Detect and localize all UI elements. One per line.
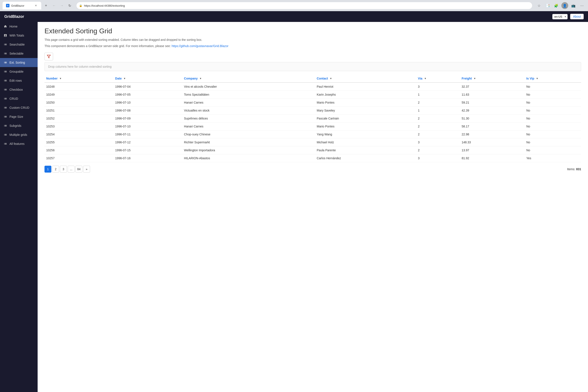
cell-is-vip-8: No xyxy=(524,146,581,154)
ext-sorting-icon xyxy=(4,60,7,64)
header-right: en-US es-ES fr-FR de-DE About xyxy=(552,14,584,19)
table-row: 10250 1996-07-10 Hanari Carnes Mario Pon… xyxy=(44,99,581,106)
cell-via-5: 2 xyxy=(416,122,460,130)
cell-company-9: HILARION-Abastos xyxy=(182,154,315,162)
col-freight-sort-icon[interactable]: ▼ xyxy=(474,77,476,80)
cell-company-2: Hanari Carnes xyxy=(182,99,315,106)
cell-number-6: 10254 xyxy=(44,130,114,138)
page-btn-1[interactable]: 1 xyxy=(44,166,51,172)
sidebar-item-crud[interactable]: CRUD xyxy=(0,94,38,103)
cell-is-vip-9: Yes xyxy=(524,154,581,162)
col-header-company[interactable]: Company ▼ xyxy=(182,74,315,82)
cell-company-8: Wellington Importadora xyxy=(182,146,315,154)
tab-close-button[interactable]: ✕ xyxy=(34,4,38,8)
sidebar: Home With Totals Searchable Selectable xyxy=(0,22,38,392)
sidebar-item-label-subgrids: Subgrids xyxy=(10,124,21,128)
cell-company-1: Toms Spezialitäten xyxy=(182,91,315,99)
col-contact-sort-icon[interactable]: ▼ xyxy=(330,77,332,80)
sidebar-item-page-size[interactable]: Page Size xyxy=(0,112,38,121)
col-is-vip-sort-icon[interactable]: ▼ xyxy=(536,77,538,80)
cell-date-2: 1996-07-10 xyxy=(114,99,182,106)
home-icon xyxy=(4,24,7,28)
col-company-sort-icon[interactable]: ▼ xyxy=(200,77,202,80)
page-btn-2[interactable]: 2 xyxy=(52,166,59,172)
sidebar-item-checkbox[interactable]: Checkbox xyxy=(0,85,38,94)
github-link[interactable]: https://github.com/gustavnavar/Grid.Blaz… xyxy=(172,44,228,48)
items-count: Items: 831 xyxy=(567,168,581,171)
sidebar-item-label-page-size: Page Size xyxy=(10,115,23,118)
table-row: 10256 1996-07-15 Wellington Importadora … xyxy=(44,146,581,154)
filter-button[interactable] xyxy=(44,53,53,60)
cell-number-3: 10251 xyxy=(44,106,114,114)
tab-favicon: G xyxy=(6,4,10,7)
more-button[interactable]: ⋯ xyxy=(578,2,586,9)
extensions-button[interactable]: 🧩 xyxy=(553,2,560,9)
cast-button[interactable]: 📺 xyxy=(570,2,577,9)
sidebar-item-groupable[interactable]: Groupable xyxy=(0,67,38,76)
nav-controls: ← → ↻ xyxy=(51,2,73,9)
cell-date-6: 1996-07-11 xyxy=(114,130,182,138)
with-totals-icon xyxy=(4,34,7,38)
sidebar-item-label-groupable: Groupable xyxy=(10,70,24,73)
sidebar-item-selectable[interactable]: Selectable xyxy=(0,49,38,58)
reload-button[interactable]: ↻ xyxy=(66,2,73,9)
cell-via-7: 3 xyxy=(416,138,460,146)
col-header-number[interactable]: Number ▼ xyxy=(44,74,114,82)
new-tab-button[interactable]: + xyxy=(43,2,49,8)
page-title: Extended Sorting Grid xyxy=(44,27,581,35)
bookmark-star-button[interactable]: ☆ xyxy=(536,2,542,9)
cell-date-9: 1996-07-16 xyxy=(114,154,182,162)
col-date-label: Date xyxy=(115,77,122,80)
sidebar-item-label-checkbox: Checkbox xyxy=(10,88,23,91)
page-btn-next[interactable]: » xyxy=(83,166,90,172)
cell-contact-2: Mario Pontes xyxy=(315,99,416,106)
sidebar-item-edit-rows[interactable]: Edit rows xyxy=(0,76,38,85)
address-bar[interactable]: 🔒 https://localhost:44380/extsorting xyxy=(76,2,532,9)
cell-date-3: 1996-07-08 xyxy=(114,106,182,114)
col-freight-label: Freight xyxy=(462,77,472,80)
cell-company-0: Vins et alcools Chevalier xyxy=(182,82,315,91)
cell-company-3: Victuailles en stock xyxy=(182,106,315,114)
forward-button[interactable]: → xyxy=(58,2,65,9)
cell-freight-5: 58.17 xyxy=(460,122,524,130)
col-number-sort-icon[interactable]: ▼ xyxy=(59,77,62,80)
subgrids-icon xyxy=(4,124,7,128)
col-header-via[interactable]: Via ▼ xyxy=(416,74,460,82)
sidebar-item-custom-crud[interactable]: Custom CRUD xyxy=(0,103,38,112)
all-features-icon xyxy=(4,142,7,146)
cell-is-vip-0: No xyxy=(524,82,581,91)
col-header-is-vip[interactable]: Is Vip ▼ xyxy=(524,74,581,82)
page-btn-84[interactable]: 84 xyxy=(76,166,82,172)
cell-is-vip-5: No xyxy=(524,122,581,130)
col-via-sort-icon[interactable]: ▼ xyxy=(424,77,426,80)
col-header-freight[interactable]: Freight ▼ xyxy=(460,74,524,82)
cell-via-0: 3 xyxy=(416,82,460,91)
lang-select[interactable]: en-US es-ES fr-FR de-DE xyxy=(552,14,568,19)
reading-list-button[interactable]: 📑 xyxy=(544,2,551,9)
profile-button[interactable]: 👤 xyxy=(561,2,568,9)
sidebar-item-all-features[interactable]: All features xyxy=(0,139,38,148)
sidebar-item-subgrids[interactable]: Subgrids xyxy=(0,121,38,130)
col-header-date[interactable]: Date ▼ xyxy=(114,74,182,82)
cell-contact-1: Karin Josephs xyxy=(315,91,416,99)
back-button[interactable]: ← xyxy=(51,2,58,9)
cell-via-3[interactable]: 1 xyxy=(416,106,460,114)
cell-number-8: 10256 xyxy=(44,146,114,154)
cell-number-1: 10249 xyxy=(44,91,114,99)
sidebar-item-with-totals[interactable]: With Totals xyxy=(0,31,38,40)
cell-contact-9: Carlos Hernández xyxy=(315,154,416,162)
sidebar-item-label-ext-sorting: Ext. Sorting xyxy=(10,61,25,64)
col-date-sort-icon[interactable]: ▼ xyxy=(123,77,126,80)
page-btn-3[interactable]: 3 xyxy=(60,166,67,172)
col-header-contact[interactable]: Contact ▼ xyxy=(315,74,416,82)
sidebar-item-searchable[interactable]: Searchable xyxy=(0,40,38,49)
sidebar-item-multiple-grids[interactable]: Multiple grids xyxy=(0,130,38,139)
about-link[interactable]: About xyxy=(570,14,584,19)
edit-rows-icon xyxy=(4,79,7,82)
sidebar-item-ext-sorting[interactable]: Ext. Sorting xyxy=(0,58,38,67)
browser-tab[interactable]: G GridBlazor ✕ xyxy=(2,2,41,10)
drop-zone[interactable]: Drop columns here for column extended so… xyxy=(44,62,581,71)
sidebar-item-home[interactable]: Home xyxy=(0,22,38,31)
checkbox-icon xyxy=(4,88,7,92)
url-text: https://localhost:44380/extsorting xyxy=(84,4,125,7)
